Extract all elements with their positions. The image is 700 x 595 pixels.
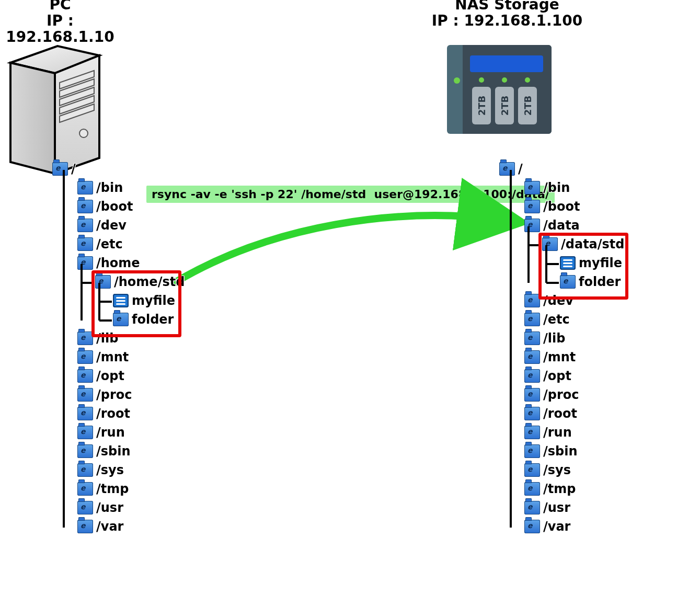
tree-node-label: folder [132, 312, 174, 327]
folder-icon [77, 388, 93, 402]
tree-node-label: /root [96, 406, 130, 421]
tree-node-label: /run [96, 425, 125, 440]
folder-icon [524, 388, 540, 402]
folder-icon [77, 501, 93, 514]
tree-node-label: /bin [96, 180, 123, 195]
pc-header: PC IP : 192.168.1.10 [0, 0, 120, 45]
pc-filesystem-tree: / /bin/boot/dev/etc/home /home/stdmyfile… [52, 159, 188, 536]
tree-node-label: /bin [543, 180, 570, 195]
tree-node-label: /mnt [543, 350, 576, 364]
pc-tower-icon [5, 42, 105, 178]
tree-node-label: /lib [543, 331, 565, 346]
tree-node-label: /lib [96, 331, 118, 346]
folder-icon [524, 200, 540, 213]
tree-node-label: /tmp [543, 482, 576, 496]
folder-icon [77, 444, 93, 458]
folder-icon [524, 407, 540, 420]
tree-node-label: /tmp [96, 482, 129, 496]
rsync-command: rsync -av -e 'ssh -p 22' /home/std user@… [146, 186, 555, 203]
nas-device-icon: 2TB 2TB 2TB [447, 45, 552, 134]
tree-node-label: /dev [96, 218, 127, 233]
tree-node-label: /data [543, 218, 580, 233]
tree-node-label: /usr [96, 500, 123, 515]
tree-node-label: /sbin [96, 444, 131, 459]
folder-icon [77, 256, 93, 270]
folder-icon [77, 426, 93, 439]
folder-icon [524, 463, 540, 477]
folder-icon [52, 162, 68, 176]
folder-icon [95, 275, 111, 289]
tree-node-label: /proc [96, 387, 132, 402]
tree-node-label: /var [96, 519, 123, 534]
folder-icon [524, 219, 540, 232]
tree-node-label: /run [543, 425, 572, 440]
folder-icon [524, 426, 540, 439]
tree-node-label: myfile [579, 256, 622, 270]
tree-node-label: /home [96, 256, 140, 270]
folder-icon [77, 181, 93, 194]
folder-icon [77, 482, 93, 496]
tree-node-label: /etc [96, 237, 123, 251]
folder-icon [524, 181, 540, 194]
tree-node-label: /sys [543, 463, 571, 477]
folder-icon [524, 520, 540, 533]
folder-icon [77, 219, 93, 232]
pc-title: PC [0, 0, 120, 13]
folder-icon [113, 313, 129, 326]
folder-icon [77, 237, 93, 251]
tree-node-label: / [518, 162, 523, 176]
folder-icon [524, 350, 540, 364]
nas-bay-label-1: 2TB [476, 96, 487, 116]
folder-icon [524, 444, 540, 458]
nas-title: NAS Storage [403, 0, 612, 13]
folder-icon [499, 162, 515, 176]
folder-icon [77, 520, 93, 533]
tree-node-label: /root [543, 406, 577, 421]
tree-node-label: /data/std [561, 237, 625, 251]
nas-ip: IP : 192.168.1.100 [403, 13, 612, 29]
folder-icon [524, 501, 540, 514]
tree-node-label: / [71, 162, 76, 176]
tree-node-label: /usr [543, 500, 570, 515]
tree-node-label: /boot [543, 199, 580, 214]
tree-node-label: /var [543, 519, 570, 534]
folder-icon [524, 331, 540, 345]
tree-node-label: /proc [543, 387, 579, 402]
folder-icon [77, 369, 93, 383]
nas-bay-label-2: 2TB [499, 96, 510, 116]
tree-node-label: /dev [543, 293, 573, 308]
folder-icon [77, 407, 93, 420]
folder-icon [77, 200, 93, 213]
folder-icon [542, 237, 558, 251]
svg-marker-1 [10, 63, 55, 174]
nas-filesystem-tree: / /bin/boot/data /data/stdmyfilefolder /… [499, 159, 635, 536]
tree-node-label: /etc [543, 312, 570, 327]
folder-icon [560, 275, 576, 289]
file-icon [113, 294, 129, 307]
tree-node-label: /sbin [543, 444, 578, 459]
tree-node-label: /sys [96, 463, 124, 477]
tree-node-label: /opt [96, 369, 124, 383]
pc-ip: IP : 192.168.1.10 [0, 13, 120, 45]
folder-icon [524, 369, 540, 383]
tree-node-label: folder [579, 274, 621, 289]
folder-icon [77, 350, 93, 364]
folder-icon [77, 463, 93, 477]
tree-node-label: /boot [96, 199, 133, 214]
folder-icon [524, 313, 540, 326]
folder-icon [524, 294, 540, 307]
tree-node-label: /opt [543, 369, 571, 383]
tree-node-label: myfile [132, 293, 175, 308]
nas-bay-label-3: 2TB [522, 96, 533, 116]
tree-node-label: /home/std [114, 274, 185, 289]
nas-header: NAS Storage IP : 192.168.1.100 [403, 0, 612, 29]
svg-point-8 [79, 129, 88, 138]
file-icon [560, 256, 576, 270]
diagram-canvas: PC IP : 192.168.1.10 NAS Storage IP : 19… [0, 0, 700, 595]
folder-icon [524, 482, 540, 496]
folder-icon [77, 331, 93, 345]
tree-node-label: /mnt [96, 350, 129, 364]
